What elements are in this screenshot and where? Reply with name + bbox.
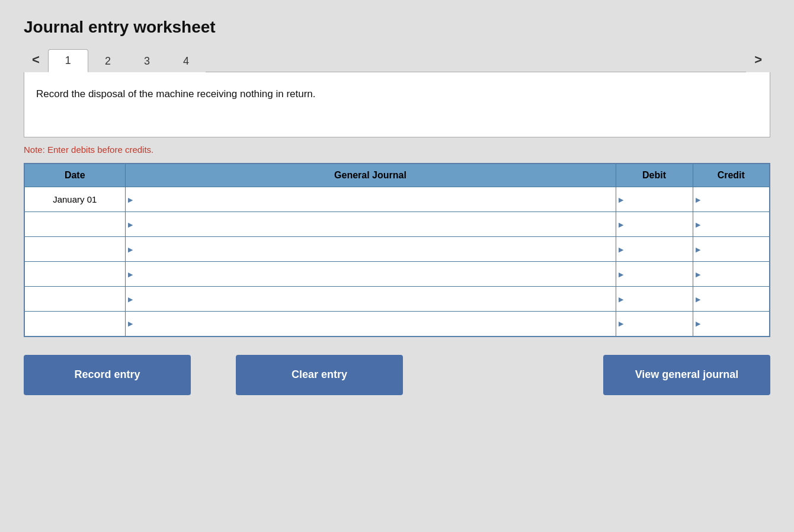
date-cell-3 [24, 262, 125, 287]
journal-cell-2[interactable]: ▶ [125, 237, 616, 262]
table-row: ▶▶▶ [24, 262, 770, 287]
page-title: Journal entry worksheet [24, 18, 770, 37]
table-row: ▶▶▶ [24, 237, 770, 262]
credit-arrow-icon-0: ▶ [696, 196, 700, 203]
tab-4[interactable]: 4 [167, 50, 206, 72]
header-credit: Credit [693, 164, 770, 187]
table-row: ▶▶▶ [24, 212, 770, 237]
credit-input-5[interactable] [693, 312, 770, 336]
tabs-row: < 1 2 3 4 > [24, 47, 770, 72]
credit-input-4[interactable] [693, 287, 770, 311]
record-entry-button[interactable]: Record entry [24, 355, 191, 395]
credit-arrow-icon-4: ▶ [696, 295, 700, 303]
debit-input-0[interactable] [616, 187, 693, 211]
credit-cell-0[interactable]: ▶ [693, 187, 770, 212]
journal-cell-0[interactable]: ▶ [125, 187, 616, 212]
page-container: Journal entry worksheet < 1 2 3 4 > Reco… [24, 18, 770, 395]
journal-input-3[interactable] [126, 262, 616, 286]
debit-cell-3[interactable]: ▶ [616, 262, 693, 287]
note-text: Note: Enter debits before credits. [24, 145, 770, 155]
debit-cell-5[interactable]: ▶ [616, 312, 693, 336]
debit-input-2[interactable] [616, 237, 693, 261]
debit-input-1[interactable] [616, 212, 693, 236]
journal-input-5[interactable] [126, 312, 616, 336]
debit-arrow-icon-3: ▶ [619, 270, 623, 278]
prev-tab-button[interactable]: < [24, 47, 48, 72]
journal-table: Date General Journal Debit Credit Januar… [24, 163, 770, 337]
date-cell-2 [24, 237, 125, 262]
credit-cell-2[interactable]: ▶ [693, 237, 770, 262]
debit-cell-1[interactable]: ▶ [616, 212, 693, 237]
date-cell-4 [24, 287, 125, 312]
date-cell-5 [24, 312, 125, 336]
view-journal-button[interactable]: View general journal [603, 355, 770, 395]
debit-input-4[interactable] [616, 287, 693, 311]
table-row: January 01▶▶▶ [24, 187, 770, 212]
header-date: Date [24, 164, 125, 187]
debit-arrow-icon-1: ▶ [619, 220, 623, 228]
tab-2[interactable]: 2 [88, 50, 127, 72]
debit-cell-4[interactable]: ▶ [616, 287, 693, 312]
debit-arrow-icon-4: ▶ [619, 295, 623, 303]
credit-input-0[interactable] [693, 187, 770, 211]
tab-3[interactable]: 3 [127, 50, 167, 72]
debit-arrow-icon-2: ▶ [619, 245, 623, 253]
journal-cell-5[interactable]: ▶ [125, 312, 616, 336]
debit-arrow-icon-0: ▶ [619, 196, 623, 203]
journal-input-0[interactable] [126, 187, 616, 211]
header-debit: Debit [616, 164, 693, 187]
journal-cell-4[interactable]: ▶ [125, 287, 616, 312]
next-tab-button[interactable]: > [746, 47, 770, 72]
table-row: ▶▶▶ [24, 287, 770, 312]
credit-cell-3[interactable]: ▶ [693, 262, 770, 287]
journal-input-1[interactable] [126, 212, 616, 236]
clear-entry-button[interactable]: Clear entry [236, 355, 403, 395]
credit-arrow-icon-5: ▶ [696, 320, 700, 328]
date-cell-0: January 01 [24, 187, 125, 212]
journal-input-2[interactable] [126, 237, 616, 261]
tab-1[interactable]: 1 [48, 49, 88, 72]
journal-arrow-icon-4: ▶ [128, 295, 133, 303]
instruction-text: Record the disposal of the machine recei… [36, 88, 316, 100]
credit-cell-1[interactable]: ▶ [693, 212, 770, 237]
debit-arrow-icon-5: ▶ [619, 320, 623, 328]
credit-input-3[interactable] [693, 262, 770, 286]
credit-arrow-icon-3: ▶ [696, 270, 700, 278]
credit-cell-5[interactable]: ▶ [693, 312, 770, 336]
journal-input-4[interactable] [126, 287, 616, 311]
table-row: ▶▶▶ [24, 312, 770, 336]
credit-input-1[interactable] [693, 212, 770, 236]
date-cell-1 [24, 212, 125, 237]
header-journal: General Journal [125, 164, 616, 187]
instruction-box: Record the disposal of the machine recei… [24, 72, 770, 137]
debit-cell-0[interactable]: ▶ [616, 187, 693, 212]
journal-cell-1[interactable]: ▶ [125, 212, 616, 237]
credit-arrow-icon-2: ▶ [696, 245, 700, 253]
debit-input-5[interactable] [616, 312, 693, 336]
journal-arrow-icon-2: ▶ [128, 245, 133, 253]
journal-arrow-icon-3: ▶ [128, 270, 133, 278]
buttons-row: Record entry Clear entry View general jo… [24, 355, 770, 395]
tab-separator [206, 72, 746, 72]
debit-input-3[interactable] [616, 262, 693, 286]
journal-arrow-icon-0: ▶ [128, 196, 133, 203]
credit-input-2[interactable] [693, 237, 770, 261]
credit-cell-4[interactable]: ▶ [693, 287, 770, 312]
debit-cell-2[interactable]: ▶ [616, 237, 693, 262]
credit-arrow-icon-1: ▶ [696, 220, 700, 228]
journal-cell-3[interactable]: ▶ [125, 262, 616, 287]
journal-arrow-icon-1: ▶ [128, 220, 133, 228]
journal-arrow-icon-5: ▶ [128, 320, 133, 328]
